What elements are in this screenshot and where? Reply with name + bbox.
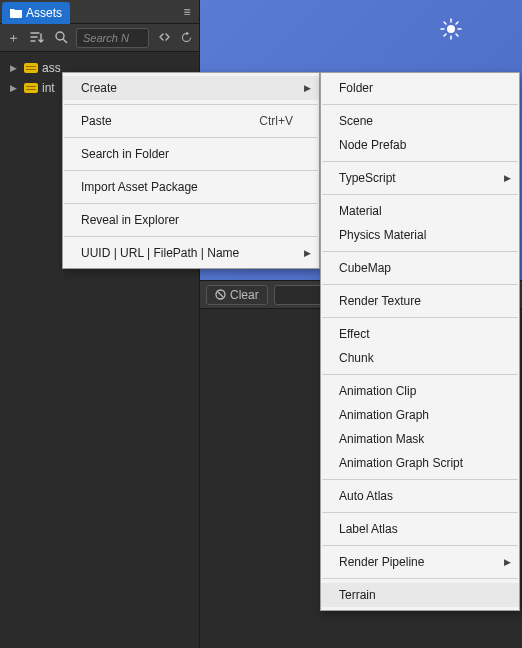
menu-item-label: Physics Material	[339, 228, 426, 242]
menu-item-label: Search in Folder	[81, 147, 169, 161]
menu-item[interactable]: Animation Clip	[321, 379, 519, 403]
chevron-right-icon: ▶	[304, 248, 311, 258]
ban-icon	[215, 289, 226, 300]
menu-separator	[64, 170, 318, 171]
menu-separator	[64, 104, 318, 105]
menu-separator	[64, 137, 318, 138]
menu-item-label: Scene	[339, 114, 373, 128]
menu-item-label: UUID | URL | FilePath | Name	[81, 246, 239, 260]
tab-bar: Assets ≡	[0, 0, 199, 24]
refresh-button[interactable]	[177, 29, 195, 47]
menu-separator	[64, 236, 318, 237]
menu-item-label: Create	[81, 81, 117, 95]
collapse-button[interactable]	[155, 29, 173, 47]
menu-item[interactable]: Physics Material	[321, 223, 519, 247]
menu-item-label: Paste	[81, 114, 112, 128]
folder-icon	[10, 8, 22, 18]
chevron-right-icon: ▶	[10, 83, 20, 93]
menu-item-label: Effect	[339, 327, 369, 341]
menu-item-label: Auto Atlas	[339, 489, 393, 503]
tab-label: Assets	[26, 6, 62, 20]
menu-item[interactable]: Label Atlas	[321, 517, 519, 541]
svg-point-0	[56, 32, 64, 40]
menu-separator	[322, 479, 518, 480]
chevron-right-icon: ▶	[304, 83, 311, 93]
menu-item-label: Chunk	[339, 351, 374, 365]
menu-item-label: TypeScript	[339, 171, 396, 185]
clear-label: Clear	[230, 288, 259, 302]
menu-item[interactable]: Scene	[321, 109, 519, 133]
assets-toolbar: ＋ Search N	[0, 24, 199, 52]
menu-item[interactable]: TypeScript▶	[321, 166, 519, 190]
menu-item-label: Material	[339, 204, 382, 218]
menu-item-label: Label Atlas	[339, 522, 398, 536]
menu-separator	[322, 578, 518, 579]
tree-item-label: int	[42, 81, 55, 95]
menu-item[interactable]: Auto Atlas	[321, 484, 519, 508]
menu-separator	[322, 284, 518, 285]
menu-separator	[322, 194, 518, 195]
menu-separator	[322, 251, 518, 252]
menu-item[interactable]: Node Prefab	[321, 133, 519, 157]
menu-item[interactable]: Render Pipeline▶	[321, 550, 519, 574]
chevron-right-icon: ▶	[504, 173, 511, 183]
menu-separator	[322, 512, 518, 513]
menu-item-label: Render Texture	[339, 294, 421, 308]
menu-item-label: Animation Graph	[339, 408, 429, 422]
tree-item-label: ass	[42, 61, 61, 75]
chevron-right-icon: ▶	[504, 557, 511, 567]
menu-item[interactable]: Chunk	[321, 346, 519, 370]
menu-item-label: Animation Graph Script	[339, 456, 463, 470]
menu-item[interactable]: Render Texture	[321, 289, 519, 313]
menu-separator	[64, 203, 318, 204]
menu-item[interactable]: Search in Folder	[63, 142, 319, 166]
menu-item[interactable]: Effect	[321, 322, 519, 346]
menu-item-label: Folder	[339, 81, 373, 95]
menu-item-shortcut: Ctrl+V	[259, 114, 293, 128]
menu-item[interactable]: Create▶	[63, 76, 319, 100]
light-gizmo-icon[interactable]	[440, 18, 462, 40]
menu-item-label: Animation Clip	[339, 384, 416, 398]
search-icon[interactable]	[52, 29, 70, 47]
menu-item[interactable]: Animation Graph	[321, 403, 519, 427]
menu-separator	[322, 317, 518, 318]
menu-item[interactable]: Animation Mask	[321, 427, 519, 451]
menu-item-label: Import Asset Package	[81, 180, 198, 194]
clear-button[interactable]: Clear	[206, 285, 268, 305]
create-submenu: FolderSceneNode PrefabTypeScript▶Materia…	[320, 72, 520, 611]
tab-assets[interactable]: Assets	[2, 2, 70, 24]
search-input[interactable]: Search N	[76, 28, 149, 48]
tab-menu-icon[interactable]: ≡	[175, 0, 199, 23]
menu-item[interactable]: Animation Graph Script	[321, 451, 519, 475]
menu-item[interactable]: Terrain	[321, 583, 519, 607]
context-menu: Create▶PasteCtrl+VSearch in FolderImport…	[62, 72, 320, 269]
menu-item[interactable]: Import Asset Package	[63, 175, 319, 199]
menu-item[interactable]: UUID | URL | FilePath | Name▶	[63, 241, 319, 265]
menu-separator	[322, 545, 518, 546]
menu-item-label: CubeMap	[339, 261, 391, 275]
menu-item-label: Reveal in Explorer	[81, 213, 179, 227]
menu-item[interactable]: CubeMap	[321, 256, 519, 280]
menu-item[interactable]: Folder	[321, 76, 519, 100]
add-button[interactable]: ＋	[4, 29, 22, 47]
database-icon	[24, 83, 38, 93]
menu-item-label: Animation Mask	[339, 432, 424, 446]
menu-item[interactable]: Material	[321, 199, 519, 223]
menu-item[interactable]: PasteCtrl+V	[63, 109, 319, 133]
menu-separator	[322, 104, 518, 105]
svg-point-1	[447, 25, 455, 33]
sort-button[interactable]	[28, 29, 46, 47]
menu-item[interactable]: Reveal in Explorer	[63, 208, 319, 232]
menu-item-label: Node Prefab	[339, 138, 406, 152]
menu-separator	[322, 161, 518, 162]
database-icon	[24, 63, 38, 73]
menu-item-label: Render Pipeline	[339, 555, 424, 569]
menu-item-label: Terrain	[339, 588, 376, 602]
chevron-right-icon: ▶	[10, 63, 20, 73]
menu-separator	[322, 374, 518, 375]
